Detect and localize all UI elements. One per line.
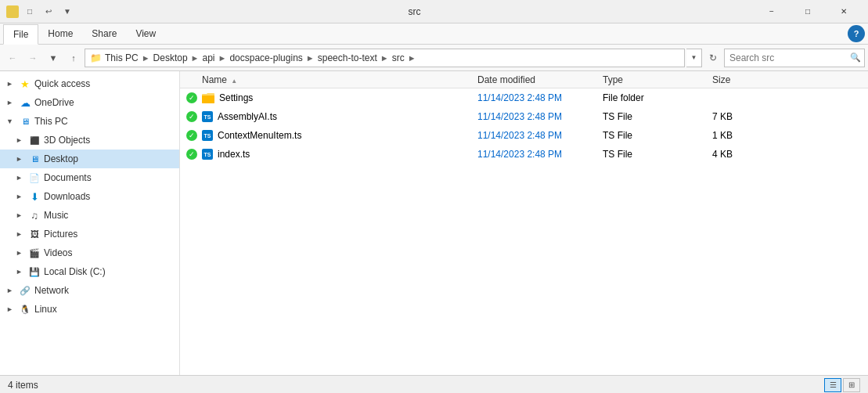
pictures-icon: 🖼 bbox=[28, 228, 41, 240]
maximize-button[interactable]: □ bbox=[790, 0, 826, 23]
sidebar-label-quick-access: Quick access bbox=[34, 78, 90, 89]
search-input[interactable] bbox=[729, 52, 847, 63]
file-modified-settings: 11/14/2023 2:48 PM bbox=[477, 92, 603, 103]
minimize-button[interactable]: − bbox=[754, 0, 790, 23]
sidebar-label-downloads: Downloads bbox=[44, 191, 90, 202]
sidebar-label-documents: Documents bbox=[44, 172, 92, 183]
undo-qat-btn[interactable]: ↩ bbox=[41, 4, 56, 20]
music-icon: ♫ bbox=[28, 209, 41, 222]
help-button[interactable]: ? bbox=[848, 25, 865, 42]
file-row-index[interactable]: ✓ TS index.ts 11/14/2023 2:48 PM TS File… bbox=[180, 145, 868, 164]
sidebar-label-pictures: Pictures bbox=[44, 229, 77, 240]
file-name-contextmenuitem: ✓ TS ContextMenuItem.ts bbox=[180, 130, 477, 141]
sidebar-item-network[interactable]: ► 🔗 Network bbox=[0, 281, 179, 300]
search-box[interactable]: 🔍 bbox=[724, 49, 865, 67]
up-button[interactable]: ↑ bbox=[64, 49, 83, 67]
file-size-assemblyai: 7 KB bbox=[712, 111, 775, 122]
sidebar-item-onedrive[interactable]: ► ☁ OneDrive bbox=[0, 93, 179, 112]
green-badge-index: ✓ bbox=[186, 149, 197, 160]
item-count: 4 items bbox=[8, 380, 38, 391]
path-sep-4: ► bbox=[306, 53, 315, 63]
col-header-type[interactable]: Type bbox=[603, 74, 712, 85]
sidebar-label-3d-objects: 3D Objects bbox=[44, 135, 90, 146]
qat-dropdown-btn[interactable]: ▼ bbox=[59, 4, 75, 20]
path-part-docspace-plugins[interactable]: docspace-plugins bbox=[229, 52, 302, 63]
sidebar-item-documents[interactable]: ► 📄 Documents bbox=[0, 168, 179, 187]
expand-arrow-this-pc: ▼ bbox=[6, 117, 16, 125]
address-dropdown-button[interactable]: ▼ bbox=[686, 49, 702, 67]
expand-arrow-onedrive: ► bbox=[6, 99, 16, 106]
refresh-button[interactable]: ↻ bbox=[704, 49, 722, 67]
file-modified-assemblyai: 11/14/2023 2:48 PM bbox=[477, 111, 603, 122]
file-row-assemblyai[interactable]: ✓ TS AssemblyAI.ts 11/14/2023 2:48 PM TS… bbox=[180, 107, 868, 126]
sidebar-item-quick-access[interactable]: ► ★ Quick access bbox=[0, 74, 179, 93]
path-part-speech-to-text[interactable]: speech-to-text bbox=[318, 52, 377, 63]
col-header-size[interactable]: Size bbox=[712, 74, 775, 85]
file-name-text-index: index.ts bbox=[218, 149, 250, 160]
path-folder-icon: 📁 bbox=[90, 52, 102, 63]
close-button[interactable]: ✕ bbox=[826, 0, 862, 23]
view-tiles-button[interactable]: ⊞ bbox=[843, 378, 860, 392]
sidebar-item-local-disk[interactable]: ► 💾 Local Disk (C:) bbox=[0, 262, 179, 281]
file-row-contextmenuitem[interactable]: ✓ TS ContextMenuItem.ts 11/14/2023 2:48 … bbox=[180, 126, 868, 145]
tab-file[interactable]: File bbox=[3, 24, 38, 45]
sidebar-label-videos: Videos bbox=[44, 247, 72, 258]
file-name-assemblyai: ✓ TS AssemblyAI.ts bbox=[180, 111, 477, 122]
sidebar-item-downloads[interactable]: ► ⬇ Downloads bbox=[0, 187, 179, 206]
expand-arrow-pictures: ► bbox=[16, 230, 25, 238]
path-part-desktop[interactable]: Desktop bbox=[153, 52, 188, 63]
sidebar-item-music[interactable]: ► ♫ Music bbox=[0, 206, 179, 225]
file-list-header: Name ▲ Date modified Type Size bbox=[180, 71, 868, 88]
sidebar-item-videos[interactable]: ► 🎬 Videos bbox=[0, 243, 179, 262]
sidebar-item-pictures[interactable]: ► 🖼 Pictures bbox=[0, 225, 179, 243]
tab-home[interactable]: Home bbox=[38, 23, 82, 44]
sidebar-item-linux[interactable]: ► 🐧 Linux bbox=[0, 300, 179, 319]
sidebar-label-music: Music bbox=[44, 210, 68, 221]
file-modified-contextmenuitem: 11/14/2023 2:48 PM bbox=[477, 130, 603, 141]
forward-button[interactable]: → bbox=[23, 49, 42, 67]
svg-rect-1 bbox=[8, 9, 12, 11]
green-badge-contextmenuitem: ✓ bbox=[186, 130, 197, 141]
recent-locations-button[interactable]: ▼ bbox=[44, 49, 63, 67]
file-name-text-settings: Settings bbox=[219, 92, 253, 103]
file-name-text-assemblyai: AssemblyAI.ts bbox=[218, 111, 277, 122]
file-type-settings: File folder bbox=[603, 92, 712, 103]
green-badge-assemblyai: ✓ bbox=[186, 111, 197, 122]
path-part-api[interactable]: api bbox=[203, 52, 215, 63]
folder-icon bbox=[6, 5, 19, 18]
tab-share[interactable]: Share bbox=[82, 23, 126, 44]
sidebar-item-this-pc[interactable]: ▼ 🖥 This PC bbox=[0, 112, 179, 131]
sidebar: ► ★ Quick access ► ☁ OneDrive ▼ 🖥 This P… bbox=[0, 71, 180, 375]
tab-view[interactable]: View bbox=[126, 23, 165, 44]
col-header-modified[interactable]: Date modified bbox=[477, 74, 603, 85]
sort-arrow-name: ▲ bbox=[231, 78, 237, 85]
ribbon: File Home Share View ? bbox=[0, 23, 868, 45]
back-button[interactable]: ← bbox=[3, 49, 22, 67]
file-row-settings[interactable]: ✓ Settings 11/14/2023 2:48 PM File folde… bbox=[180, 88, 868, 107]
col-header-name[interactable]: Name ▲ bbox=[180, 74, 477, 85]
expand-arrow-local-disk: ► bbox=[16, 268, 25, 276]
sidebar-item-3d-objects[interactable]: ► ⬛ 3D Objects bbox=[0, 131, 179, 150]
sidebar-label-local-disk: Local Disk (C:) bbox=[44, 266, 106, 277]
sidebar-label-desktop: Desktop bbox=[44, 153, 78, 164]
path-part-thispc[interactable]: This PC bbox=[105, 52, 139, 63]
file-name-text-contextmenuitem: ContextMenuItem.ts bbox=[218, 130, 301, 141]
downloads-icon: ⬇ bbox=[28, 190, 41, 203]
path-sep-2: ► bbox=[191, 53, 200, 63]
expand-arrow-documents: ► bbox=[16, 174, 25, 182]
save-qat-btn[interactable]: □ bbox=[22, 4, 38, 20]
documents-icon: 📄 bbox=[28, 171, 41, 184]
address-path[interactable]: 📁 This PC ► Desktop ► api ► docspace-plu… bbox=[85, 49, 685, 67]
star-icon: ★ bbox=[19, 78, 31, 90]
expand-arrow-downloads: ► bbox=[16, 193, 25, 200]
main-layout: ► ★ Quick access ► ☁ OneDrive ▼ 🖥 This P… bbox=[0, 71, 868, 375]
path-part-src[interactable]: src bbox=[392, 52, 405, 63]
path-sep-6: ► bbox=[408, 53, 416, 63]
computer-icon: 🖥 bbox=[19, 115, 31, 128]
sidebar-item-desktop[interactable]: ► 🖥 Desktop bbox=[0, 150, 179, 168]
sidebar-label-linux: Linux bbox=[34, 304, 57, 315]
title-bar: □ ↩ ▼ src − □ ✕ bbox=[0, 0, 868, 23]
view-details-button[interactable]: ☰ bbox=[824, 378, 841, 392]
address-bar: ← → ▼ ↑ 📁 This PC ► Desktop ► api ► docs… bbox=[0, 45, 868, 71]
title-bar-left: □ ↩ ▼ bbox=[6, 4, 75, 20]
